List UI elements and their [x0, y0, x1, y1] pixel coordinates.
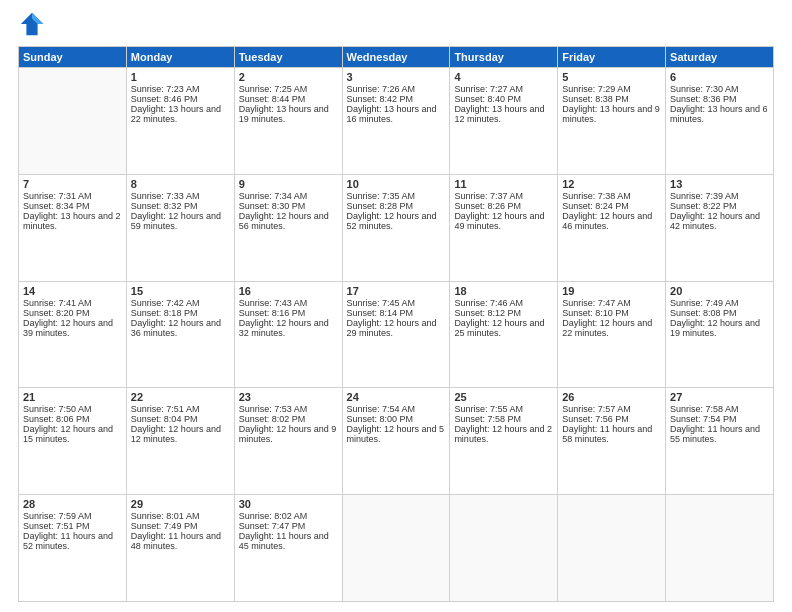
calendar-cell: 12Sunrise: 7:38 AMSunset: 8:24 PMDayligh…: [558, 174, 666, 281]
sunrise-text: Sunrise: 7:57 AM: [562, 404, 661, 414]
daylight-text: Daylight: 12 hours and 49 minutes.: [454, 211, 553, 231]
sunset-text: Sunset: 8:18 PM: [131, 308, 230, 318]
calendar-cell: 6Sunrise: 7:30 AMSunset: 8:36 PMDaylight…: [666, 68, 774, 175]
day-of-week-header: Sunday: [19, 47, 127, 68]
sunrise-text: Sunrise: 7:43 AM: [239, 298, 338, 308]
daylight-text: Daylight: 12 hours and 19 minutes.: [670, 318, 769, 338]
day-number: 12: [562, 178, 661, 190]
day-number: 25: [454, 391, 553, 403]
sunset-text: Sunset: 7:58 PM: [454, 414, 553, 424]
calendar-cell: 17Sunrise: 7:45 AMSunset: 8:14 PMDayligh…: [342, 281, 450, 388]
sunrise-text: Sunrise: 8:02 AM: [239, 511, 338, 521]
calendar-cell: 20Sunrise: 7:49 AMSunset: 8:08 PMDayligh…: [666, 281, 774, 388]
sunrise-text: Sunrise: 7:30 AM: [670, 84, 769, 94]
header: [18, 10, 774, 38]
day-number: 30: [239, 498, 338, 510]
sunrise-text: Sunrise: 7:37 AM: [454, 191, 553, 201]
daylight-text: Daylight: 13 hours and 6 minutes.: [670, 104, 769, 124]
daylight-text: Daylight: 12 hours and 12 minutes.: [131, 424, 230, 444]
sunset-text: Sunset: 7:49 PM: [131, 521, 230, 531]
sunrise-text: Sunrise: 7:42 AM: [131, 298, 230, 308]
daylight-text: Daylight: 13 hours and 19 minutes.: [239, 104, 338, 124]
sunrise-text: Sunrise: 7:46 AM: [454, 298, 553, 308]
calendar-week-row: 21Sunrise: 7:50 AMSunset: 8:06 PMDayligh…: [19, 388, 774, 495]
sunset-text: Sunset: 8:22 PM: [670, 201, 769, 211]
daylight-text: Daylight: 13 hours and 9 minutes.: [562, 104, 661, 124]
day-number: 8: [131, 178, 230, 190]
day-number: 7: [23, 178, 122, 190]
sunset-text: Sunset: 7:47 PM: [239, 521, 338, 531]
day-number: 10: [347, 178, 446, 190]
sunrise-text: Sunrise: 7:55 AM: [454, 404, 553, 414]
day-number: 26: [562, 391, 661, 403]
day-of-week-header: Saturday: [666, 47, 774, 68]
sunrise-text: Sunrise: 7:59 AM: [23, 511, 122, 521]
logo: [18, 10, 50, 38]
sunset-text: Sunset: 8:10 PM: [562, 308, 661, 318]
daylight-text: Daylight: 12 hours and 22 minutes.: [562, 318, 661, 338]
sunset-text: Sunset: 8:36 PM: [670, 94, 769, 104]
day-of-week-header: Wednesday: [342, 47, 450, 68]
calendar-cell: 4Sunrise: 7:27 AMSunset: 8:40 PMDaylight…: [450, 68, 558, 175]
sunset-text: Sunset: 7:54 PM: [670, 414, 769, 424]
calendar-cell: 14Sunrise: 7:41 AMSunset: 8:20 PMDayligh…: [19, 281, 127, 388]
daylight-text: Daylight: 12 hours and 59 minutes.: [131, 211, 230, 231]
daylight-text: Daylight: 12 hours and 56 minutes.: [239, 211, 338, 231]
calendar-week-row: 1Sunrise: 7:23 AMSunset: 8:46 PMDaylight…: [19, 68, 774, 175]
calendar-cell: 7Sunrise: 7:31 AMSunset: 8:34 PMDaylight…: [19, 174, 127, 281]
sunset-text: Sunset: 8:20 PM: [23, 308, 122, 318]
calendar-cell: 29Sunrise: 8:01 AMSunset: 7:49 PMDayligh…: [126, 495, 234, 602]
daylight-text: Daylight: 11 hours and 45 minutes.: [239, 531, 338, 551]
sunrise-text: Sunrise: 7:54 AM: [347, 404, 446, 414]
sunset-text: Sunset: 8:00 PM: [347, 414, 446, 424]
calendar-cell: 19Sunrise: 7:47 AMSunset: 8:10 PMDayligh…: [558, 281, 666, 388]
sunset-text: Sunset: 8:28 PM: [347, 201, 446, 211]
sunrise-text: Sunrise: 7:29 AM: [562, 84, 661, 94]
calendar-cell: 8Sunrise: 7:33 AMSunset: 8:32 PMDaylight…: [126, 174, 234, 281]
sunset-text: Sunset: 8:30 PM: [239, 201, 338, 211]
day-number: 18: [454, 285, 553, 297]
daylight-text: Daylight: 12 hours and 5 minutes.: [347, 424, 446, 444]
calendar-cell: 15Sunrise: 7:42 AMSunset: 8:18 PMDayligh…: [126, 281, 234, 388]
calendar-cell: 27Sunrise: 7:58 AMSunset: 7:54 PMDayligh…: [666, 388, 774, 495]
calendar-week-row: 28Sunrise: 7:59 AMSunset: 7:51 PMDayligh…: [19, 495, 774, 602]
sunset-text: Sunset: 8:42 PM: [347, 94, 446, 104]
daylight-text: Daylight: 12 hours and 39 minutes.: [23, 318, 122, 338]
sunset-text: Sunset: 8:12 PM: [454, 308, 553, 318]
sunrise-text: Sunrise: 7:41 AM: [23, 298, 122, 308]
calendar-cell: 23Sunrise: 7:53 AMSunset: 8:02 PMDayligh…: [234, 388, 342, 495]
daylight-text: Daylight: 12 hours and 29 minutes.: [347, 318, 446, 338]
calendar-cell: [558, 495, 666, 602]
daylight-text: Daylight: 11 hours and 55 minutes.: [670, 424, 769, 444]
sunset-text: Sunset: 8:06 PM: [23, 414, 122, 424]
daylight-text: Daylight: 12 hours and 15 minutes.: [23, 424, 122, 444]
day-number: 4: [454, 71, 553, 83]
sunrise-text: Sunrise: 7:51 AM: [131, 404, 230, 414]
day-number: 24: [347, 391, 446, 403]
daylight-text: Daylight: 13 hours and 22 minutes.: [131, 104, 230, 124]
daylight-text: Daylight: 12 hours and 42 minutes.: [670, 211, 769, 231]
day-number: 1: [131, 71, 230, 83]
daylight-text: Daylight: 12 hours and 52 minutes.: [347, 211, 446, 231]
sunset-text: Sunset: 8:16 PM: [239, 308, 338, 318]
day-number: 2: [239, 71, 338, 83]
calendar-cell: 21Sunrise: 7:50 AMSunset: 8:06 PMDayligh…: [19, 388, 127, 495]
day-of-week-header: Tuesday: [234, 47, 342, 68]
sunset-text: Sunset: 8:14 PM: [347, 308, 446, 318]
calendar-cell: 11Sunrise: 7:37 AMSunset: 8:26 PMDayligh…: [450, 174, 558, 281]
sunset-text: Sunset: 8:04 PM: [131, 414, 230, 424]
day-number: 6: [670, 71, 769, 83]
sunrise-text: Sunrise: 7:39 AM: [670, 191, 769, 201]
sunset-text: Sunset: 8:08 PM: [670, 308, 769, 318]
sunrise-text: Sunrise: 7:49 AM: [670, 298, 769, 308]
daylight-text: Daylight: 11 hours and 48 minutes.: [131, 531, 230, 551]
day-number: 3: [347, 71, 446, 83]
day-number: 22: [131, 391, 230, 403]
calendar-cell: 2Sunrise: 7:25 AMSunset: 8:44 PMDaylight…: [234, 68, 342, 175]
sunrise-text: Sunrise: 7:34 AM: [239, 191, 338, 201]
calendar-cell: 22Sunrise: 7:51 AMSunset: 8:04 PMDayligh…: [126, 388, 234, 495]
sunset-text: Sunset: 8:40 PM: [454, 94, 553, 104]
daylight-text: Daylight: 12 hours and 32 minutes.: [239, 318, 338, 338]
daylight-text: Daylight: 12 hours and 25 minutes.: [454, 318, 553, 338]
sunset-text: Sunset: 8:26 PM: [454, 201, 553, 211]
